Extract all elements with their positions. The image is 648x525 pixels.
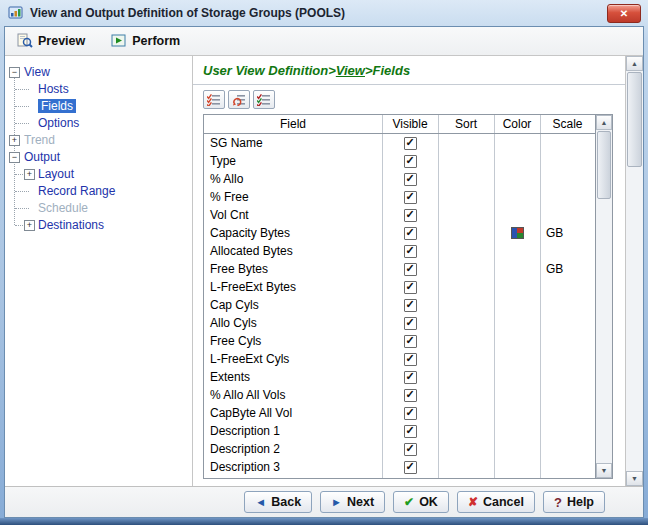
table-row-capacity-bytes[interactable]: Capacity Bytes✓GB [204, 224, 595, 242]
perform-button[interactable]: Perform [107, 31, 184, 51]
footer-ok-button[interactable]: ✔OK [393, 491, 449, 513]
table-row-free-cyls[interactable]: Free Cyls✓ [204, 332, 595, 350]
expand-icon[interactable]: + [9, 135, 20, 146]
column-header-field[interactable]: Field [204, 117, 382, 131]
table-row-allo[interactable]: % Allo✓ [204, 170, 595, 188]
table-row-description-2[interactable]: Description 2✓ [204, 440, 595, 458]
field-cell: CapByte All Vol [204, 406, 382, 420]
visible-checkbox[interactable]: ✓ [404, 353, 417, 366]
checkmark-icon: ✓ [405, 137, 414, 148]
table-row-l-freeext-cyls[interactable]: L-FreeExt Cyls✓ [204, 350, 595, 368]
table-row-type[interactable]: Type✓ [204, 152, 595, 170]
dialog-scroll-down-button[interactable]: ▼ [626, 471, 643, 486]
table-row-description-1[interactable]: Description 1✓ [204, 422, 595, 440]
dialog-body: Preview Perform −ViewHostsFieldsOptions+… [4, 26, 644, 518]
visible-checkbox[interactable]: ✓ [404, 173, 417, 186]
table-row-cap-cyls[interactable]: Cap Cyls✓ [204, 296, 595, 314]
check-all-fields-button[interactable] [203, 90, 225, 109]
table-row-free[interactable]: % Free✓ [204, 188, 595, 206]
expand-icon[interactable]: + [24, 169, 35, 180]
checkmark-icon: ✓ [405, 263, 414, 274]
tree-item-record-range[interactable]: Record Range [5, 183, 192, 200]
visible-checkbox[interactable]: ✓ [404, 425, 417, 438]
visible-checkbox[interactable]: ✓ [404, 335, 417, 348]
footer-button-label: Cancel [483, 495, 524, 509]
footer-cancel-button[interactable]: ✘Cancel [457, 491, 535, 513]
visible-checkbox[interactable]: ✓ [404, 263, 417, 276]
visible-checkbox[interactable]: ✓ [404, 227, 417, 240]
dialog-scrollbar-track[interactable] [626, 71, 643, 471]
table-row-description-3[interactable]: Description 3✓ [204, 458, 595, 476]
check-icon: ✔ [404, 497, 414, 508]
table-row-free-bytes[interactable]: Free Bytes✓GB [204, 260, 595, 278]
tree-item-view[interactable]: −View [5, 64, 192, 81]
column-header-color[interactable]: Color [494, 117, 540, 131]
table-row-vol-cnt[interactable]: Vol Cnt✓ [204, 206, 595, 224]
tree-item-output[interactable]: −Output [5, 149, 192, 166]
table-row-allocated-bytes[interactable]: Allocated Bytes✓ [204, 242, 595, 260]
visible-checkbox[interactable]: ✓ [404, 407, 417, 420]
table-row-capbyte-all-vol[interactable]: CapByte All Vol✓ [204, 404, 595, 422]
visible-checkbox[interactable]: ✓ [404, 461, 417, 474]
title-bar[interactable]: View and Output Definition of Storage Gr… [0, 0, 648, 26]
visible-checkbox[interactable]: ✓ [404, 245, 417, 258]
tree-item-options[interactable]: Options [5, 115, 192, 132]
checkmark-icon: ✓ [405, 173, 414, 184]
apply-fields-button[interactable] [253, 90, 275, 109]
reset-fields-button[interactable] [228, 90, 250, 109]
collapse-icon[interactable]: − [9, 67, 20, 78]
color-cell[interactable] [494, 227, 540, 239]
footer-help-button[interactable]: ?Help [543, 491, 605, 513]
visible-checkbox[interactable]: ✓ [404, 317, 417, 330]
table-scrollbar-track[interactable] [596, 130, 612, 463]
breadcrumb-part-view[interactable]: View [336, 63, 365, 78]
preview-button[interactable]: Preview [13, 31, 89, 51]
visible-cell: ✓ [382, 371, 438, 384]
checkmark-icon: ✓ [405, 317, 414, 328]
footer-button-label: Help [567, 495, 594, 509]
visible-checkbox[interactable]: ✓ [404, 281, 417, 294]
checkmark-icon: ✓ [405, 299, 414, 310]
visible-checkbox[interactable]: ✓ [404, 371, 417, 384]
dialog-scrollbar-thumb[interactable] [627, 72, 642, 167]
visible-checkbox[interactable]: ✓ [404, 191, 417, 204]
tree-item-destinations[interactable]: +Destinations [5, 217, 192, 234]
color-sample-icon[interactable] [511, 227, 524, 239]
column-header-scale[interactable]: Scale [540, 117, 595, 131]
dialog-scrollbar[interactable]: ▲ ▼ [625, 56, 643, 486]
visible-checkbox[interactable]: ✓ [404, 443, 417, 456]
table-row-l-freeext-bytes[interactable]: L-FreeExt Bytes✓ [204, 278, 595, 296]
table-scrollbar-thumb[interactable] [597, 131, 611, 199]
table-scrollbar[interactable]: ▲ ▼ [595, 115, 612, 478]
checklist-reset-icon [232, 94, 246, 106]
column-header-sort[interactable]: Sort [438, 117, 494, 131]
table-row-allo-all-vols[interactable]: % Allo All Vols✓ [204, 386, 595, 404]
checkmark-icon: ✓ [405, 407, 414, 418]
tree-item-hosts[interactable]: Hosts [5, 81, 192, 98]
breadcrumb-separator: > [328, 63, 336, 78]
footer-next-button[interactable]: ►Next [320, 491, 385, 513]
table-row-extents[interactable]: Extents✓ [204, 368, 595, 386]
scale-cell[interactable]: GB [540, 226, 595, 240]
visible-cell: ✓ [382, 281, 438, 294]
visible-checkbox[interactable]: ✓ [404, 155, 417, 168]
scale-cell[interactable]: GB [540, 262, 595, 276]
tree-item-layout[interactable]: +Layout [5, 166, 192, 183]
close-button[interactable]: ✕ [607, 4, 641, 23]
expand-icon[interactable]: + [24, 220, 35, 231]
visible-checkbox[interactable]: ✓ [404, 209, 417, 222]
preview-icon [17, 33, 33, 49]
visible-checkbox[interactable]: ✓ [404, 299, 417, 312]
table-scroll-down-button[interactable]: ▼ [596, 463, 612, 478]
visible-checkbox[interactable]: ✓ [404, 137, 417, 150]
next-arrow-icon: ► [331, 497, 342, 508]
footer-back-button[interactable]: ◄Back [244, 491, 312, 513]
table-scroll-up-button[interactable]: ▲ [596, 115, 612, 130]
table-row-allo-cyls[interactable]: Allo Cyls✓ [204, 314, 595, 332]
column-header-visible[interactable]: Visible [382, 117, 438, 131]
tree-item-fields[interactable]: Fields [5, 98, 192, 115]
dialog-scroll-up-button[interactable]: ▲ [626, 56, 643, 71]
table-row-sg-name[interactable]: SG Name✓ [204, 134, 595, 152]
visible-checkbox[interactable]: ✓ [404, 389, 417, 402]
collapse-icon[interactable]: − [9, 152, 20, 163]
